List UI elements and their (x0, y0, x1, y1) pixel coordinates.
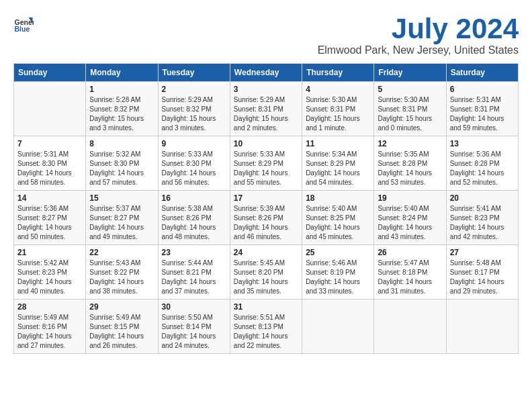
calendar-table: SundayMondayTuesdayWednesdayThursdayFrid… (13, 63, 519, 354)
day-number: 30 (162, 302, 226, 312)
logo: General Blue (13, 13, 34, 34)
day-number: 7 (17, 139, 82, 148)
day-cell (302, 300, 374, 354)
day-cell: 11Sunrise: 5:34 AM Sunset: 8:29 PM Dayli… (302, 136, 374, 191)
day-info: Sunrise: 5:30 AM Sunset: 8:31 PM Dayligh… (306, 95, 370, 133)
day-number: 21 (17, 248, 82, 257)
week-row-1: 1Sunrise: 5:28 AM Sunset: 8:32 PM Daylig… (14, 82, 519, 136)
day-info: Sunrise: 5:36 AM Sunset: 8:28 PM Dayligh… (450, 150, 515, 187)
day-number: 29 (89, 302, 154, 312)
day-cell: 14Sunrise: 5:36 AM Sunset: 8:27 PM Dayli… (14, 191, 86, 245)
calendar-header-row: SundayMondayTuesdayWednesdayThursdayFrid… (14, 64, 519, 82)
day-cell: 2Sunrise: 5:29 AM Sunset: 8:32 PM Daylig… (158, 82, 230, 136)
day-info: Sunrise: 5:28 AM Sunset: 8:32 PM Dayligh… (89, 95, 154, 133)
day-info: Sunrise: 5:32 AM Sunset: 8:30 PM Dayligh… (89, 150, 154, 187)
day-number: 24 (234, 248, 298, 257)
day-number: 6 (450, 85, 515, 94)
day-cell: 18Sunrise: 5:40 AM Sunset: 8:25 PM Dayli… (302, 191, 374, 245)
day-cell: 5Sunrise: 5:30 AM Sunset: 8:31 PM Daylig… (374, 82, 446, 136)
day-cell (446, 300, 518, 354)
day-number: 2 (162, 85, 226, 94)
week-row-2: 7Sunrise: 5:31 AM Sunset: 8:30 PM Daylig… (14, 136, 519, 191)
day-info: Sunrise: 5:29 AM Sunset: 8:31 PM Dayligh… (234, 95, 298, 133)
day-info: Sunrise: 5:45 AM Sunset: 8:20 PM Dayligh… (234, 259, 298, 296)
day-number: 15 (89, 193, 154, 203)
day-cell: 3Sunrise: 5:29 AM Sunset: 8:31 PM Daylig… (230, 82, 302, 136)
week-row-4: 21Sunrise: 5:42 AM Sunset: 8:23 PM Dayli… (14, 245, 519, 300)
day-info: Sunrise: 5:43 AM Sunset: 8:22 PM Dayligh… (89, 259, 154, 296)
day-cell: 12Sunrise: 5:35 AM Sunset: 8:28 PM Dayli… (374, 136, 446, 191)
day-cell: 17Sunrise: 5:39 AM Sunset: 8:26 PM Dayli… (230, 191, 302, 245)
day-info: Sunrise: 5:31 AM Sunset: 8:31 PM Dayligh… (450, 95, 515, 133)
day-cell: 9Sunrise: 5:33 AM Sunset: 8:30 PM Daylig… (158, 136, 230, 191)
day-number: 31 (234, 302, 298, 312)
day-cell: 28Sunrise: 5:49 AM Sunset: 8:16 PM Dayli… (14, 300, 86, 354)
day-info: Sunrise: 5:39 AM Sunset: 8:26 PM Dayligh… (234, 204, 298, 242)
day-number: 23 (162, 248, 226, 257)
day-info: Sunrise: 5:35 AM Sunset: 8:28 PM Dayligh… (378, 150, 442, 187)
day-info: Sunrise: 5:31 AM Sunset: 8:30 PM Dayligh… (17, 150, 82, 187)
header-day-sunday: Sunday (14, 64, 86, 82)
day-number: 20 (450, 193, 515, 203)
day-number: 4 (306, 85, 370, 94)
day-number: 3 (234, 85, 298, 94)
day-cell: 10Sunrise: 5:33 AM Sunset: 8:29 PM Dayli… (230, 136, 302, 191)
day-cell: 22Sunrise: 5:43 AM Sunset: 8:22 PM Dayli… (86, 245, 158, 300)
day-cell: 31Sunrise: 5:51 AM Sunset: 8:13 PM Dayli… (230, 300, 302, 354)
day-number: 25 (306, 248, 370, 257)
day-info: Sunrise: 5:33 AM Sunset: 8:29 PM Dayligh… (234, 150, 298, 187)
day-number: 13 (450, 139, 515, 148)
day-info: Sunrise: 5:33 AM Sunset: 8:30 PM Dayligh… (162, 150, 226, 187)
header-day-thursday: Thursday (302, 64, 374, 82)
day-number: 18 (306, 193, 370, 203)
day-number: 19 (378, 193, 442, 203)
day-cell: 20Sunrise: 5:41 AM Sunset: 8:23 PM Dayli… (446, 191, 518, 245)
day-info: Sunrise: 5:44 AM Sunset: 8:21 PM Dayligh… (162, 259, 226, 296)
day-number: 28 (17, 302, 82, 312)
day-number: 14 (17, 193, 82, 203)
day-number: 9 (162, 139, 226, 148)
day-info: Sunrise: 5:40 AM Sunset: 8:25 PM Dayligh… (306, 204, 370, 242)
day-cell: 16Sunrise: 5:38 AM Sunset: 8:26 PM Dayli… (158, 191, 230, 245)
day-number: 22 (89, 248, 154, 257)
svg-text:Blue: Blue (15, 25, 30, 33)
day-cell: 8Sunrise: 5:32 AM Sunset: 8:30 PM Daylig… (86, 136, 158, 191)
day-cell (374, 300, 446, 354)
month-title: July 2024 (318, 13, 519, 44)
day-number: 8 (89, 139, 154, 148)
header-day-saturday: Saturday (446, 64, 518, 82)
day-cell: 27Sunrise: 5:48 AM Sunset: 8:17 PM Dayli… (446, 245, 518, 300)
day-info: Sunrise: 5:29 AM Sunset: 8:32 PM Dayligh… (162, 95, 226, 133)
day-cell (14, 82, 86, 136)
day-cell: 21Sunrise: 5:42 AM Sunset: 8:23 PM Dayli… (14, 245, 86, 300)
day-info: Sunrise: 5:41 AM Sunset: 8:23 PM Dayligh… (450, 204, 515, 242)
week-row-3: 14Sunrise: 5:36 AM Sunset: 8:27 PM Dayli… (14, 191, 519, 245)
day-number: 27 (450, 248, 515, 257)
day-info: Sunrise: 5:49 AM Sunset: 8:15 PM Dayligh… (89, 313, 154, 351)
day-number: 5 (378, 85, 442, 94)
day-cell: 26Sunrise: 5:47 AM Sunset: 8:18 PM Dayli… (374, 245, 446, 300)
day-info: Sunrise: 5:34 AM Sunset: 8:29 PM Dayligh… (306, 150, 370, 187)
day-cell: 19Sunrise: 5:40 AM Sunset: 8:24 PM Dayli… (374, 191, 446, 245)
header-day-friday: Friday (374, 64, 446, 82)
day-cell: 23Sunrise: 5:44 AM Sunset: 8:21 PM Dayli… (158, 245, 230, 300)
header-day-monday: Monday (86, 64, 158, 82)
day-cell: 30Sunrise: 5:50 AM Sunset: 8:14 PM Dayli… (158, 300, 230, 354)
day-number: 10 (234, 139, 298, 148)
day-cell: 29Sunrise: 5:49 AM Sunset: 8:15 PM Dayli… (86, 300, 158, 354)
day-cell: 4Sunrise: 5:30 AM Sunset: 8:31 PM Daylig… (302, 82, 374, 136)
header-day-tuesday: Tuesday (158, 64, 230, 82)
day-cell: 7Sunrise: 5:31 AM Sunset: 8:30 PM Daylig… (14, 136, 86, 191)
day-cell: 25Sunrise: 5:46 AM Sunset: 8:19 PM Dayli… (302, 245, 374, 300)
day-info: Sunrise: 5:51 AM Sunset: 8:13 PM Dayligh… (234, 313, 298, 351)
day-info: Sunrise: 5:46 AM Sunset: 8:19 PM Dayligh… (306, 259, 370, 296)
day-info: Sunrise: 5:47 AM Sunset: 8:18 PM Dayligh… (378, 259, 442, 296)
week-row-5: 28Sunrise: 5:49 AM Sunset: 8:16 PM Dayli… (14, 300, 519, 354)
day-cell: 6Sunrise: 5:31 AM Sunset: 8:31 PM Daylig… (446, 82, 518, 136)
header-day-wednesday: Wednesday (230, 64, 302, 82)
day-cell: 13Sunrise: 5:36 AM Sunset: 8:28 PM Dayli… (446, 136, 518, 191)
day-info: Sunrise: 5:36 AM Sunset: 8:27 PM Dayligh… (17, 204, 82, 242)
day-number: 26 (378, 248, 442, 257)
day-cell: 15Sunrise: 5:37 AM Sunset: 8:27 PM Dayli… (86, 191, 158, 245)
logo-icon: General Blue (13, 13, 34, 34)
